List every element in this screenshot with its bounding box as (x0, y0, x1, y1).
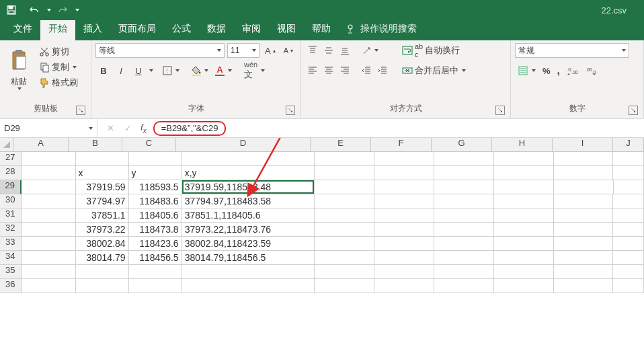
column-header-C[interactable]: C (122, 138, 176, 152)
column-header-A[interactable]: A (13, 138, 69, 152)
cell[interactable]: 37851.1,118405.6 (182, 208, 315, 223)
alignment-dialog-launcher[interactable]: ⭨ (495, 106, 505, 115)
column-header-E[interactable]: E (311, 138, 371, 152)
orientation-button[interactable] (359, 43, 381, 58)
cell[interactable] (129, 279, 182, 293)
format-painter-button[interactable]: 格式刷 (36, 75, 81, 90)
comma-button[interactable]: , (555, 63, 563, 78)
cell[interactable]: 37851.1 (76, 208, 129, 223)
cell[interactable] (374, 279, 434, 293)
cell[interactable] (315, 194, 374, 208)
cell[interactable] (374, 180, 434, 194)
cell[interactable] (494, 251, 554, 265)
cell[interactable] (434, 194, 494, 208)
cell[interactable] (182, 265, 315, 279)
align-right-button[interactable] (337, 63, 352, 78)
cell[interactable] (315, 265, 374, 279)
row-header[interactable]: 30 (0, 194, 22, 208)
cell[interactable] (613, 152, 644, 166)
cell[interactable] (494, 223, 554, 237)
cell[interactable] (494, 265, 554, 279)
cell[interactable]: x,y (182, 166, 315, 180)
cell[interactable] (76, 265, 129, 279)
cell[interactable] (554, 223, 614, 237)
cell[interactable] (434, 265, 494, 279)
column-header-I[interactable]: I (553, 138, 613, 152)
column-headers[interactable]: ABCDEFGHIJ (13, 138, 644, 152)
cell[interactable] (182, 152, 315, 166)
cell[interactable] (374, 152, 434, 166)
tab-data[interactable]: 数据 (199, 19, 234, 40)
tab-view[interactable]: 视图 (269, 19, 304, 40)
cell[interactable] (315, 180, 374, 194)
copy-button[interactable]: 复制 (36, 60, 81, 75)
cell[interactable] (22, 152, 76, 166)
column-header-F[interactable]: F (371, 138, 432, 152)
cut-button[interactable]: 剪切 (36, 44, 81, 59)
cell[interactable] (494, 166, 554, 180)
row-header[interactable]: 27 (0, 152, 22, 166)
qat-customize[interactable] (73, 1, 81, 19)
cell[interactable] (315, 251, 374, 265)
cell[interactable] (315, 279, 374, 293)
italic-button[interactable]: I (113, 63, 129, 78)
cell[interactable] (614, 180, 644, 194)
column-header-J[interactable]: J (613, 138, 644, 152)
column-header-D[interactable]: D (176, 138, 311, 152)
undo-dropdown[interactable] (44, 1, 52, 19)
cell[interactable] (22, 208, 76, 223)
cell[interactable] (554, 166, 614, 180)
cell[interactable] (315, 208, 374, 223)
cell[interactable] (613, 279, 644, 293)
cell[interactable] (315, 152, 374, 166)
cell[interactable] (434, 166, 494, 180)
row-header[interactable]: 28 (0, 166, 22, 180)
cell[interactable] (76, 152, 129, 166)
cell[interactable] (613, 208, 644, 223)
cell[interactable] (434, 180, 494, 194)
cell[interactable]: 37919.59,118593.48 (182, 180, 315, 194)
cell[interactable] (22, 265, 76, 279)
cell[interactable] (494, 208, 554, 223)
borders-button[interactable] (160, 63, 182, 78)
cell[interactable] (613, 237, 644, 251)
increase-decimal-button[interactable]: .0.00 (564, 63, 581, 78)
increase-indent-button[interactable] (375, 63, 390, 78)
cell[interactable]: 118483.6 (129, 194, 182, 208)
cell[interactable] (22, 194, 76, 208)
cell[interactable]: 118456.5 (129, 251, 182, 265)
align-center-button[interactable] (321, 63, 336, 78)
decrease-indent-button[interactable] (359, 63, 374, 78)
tab-insert[interactable]: 插入 (75, 19, 110, 40)
tab-formulas[interactable]: 公式 (164, 19, 199, 40)
cell[interactable]: 118405.6 (129, 208, 182, 223)
cell[interactable] (554, 194, 614, 208)
cell[interactable] (434, 208, 494, 223)
align-bottom-button[interactable] (337, 43, 352, 58)
row-header[interactable]: 34 (0, 251, 22, 265)
cell[interactable] (434, 279, 494, 293)
cell[interactable] (315, 166, 374, 180)
underline-button[interactable]: U (130, 63, 147, 78)
cell[interactable] (182, 279, 315, 293)
cell[interactable] (434, 251, 494, 265)
cell[interactable]: 37973.22 (76, 223, 129, 237)
cell[interactable] (554, 208, 614, 223)
cell[interactable] (374, 251, 434, 265)
align-left-button[interactable] (305, 63, 320, 78)
cell[interactable] (554, 265, 614, 279)
wrap-text-button[interactable]: abc 自动换行 (399, 43, 469, 58)
accounting-button[interactable] (515, 63, 538, 78)
font-size-combo[interactable]: 11 (227, 43, 259, 58)
cell[interactable] (434, 237, 494, 251)
tell-me[interactable]: 操作说明搜索 (339, 19, 424, 40)
grid-body[interactable]: 2728xyx,y2937919.59118593.537919.59,1185… (0, 152, 644, 293)
number-dialog-launcher[interactable]: ⭨ (629, 106, 638, 115)
row-header[interactable]: 32 (0, 223, 22, 237)
cell[interactable] (374, 194, 434, 208)
align-top-button[interactable] (305, 43, 320, 58)
redo-button[interactable] (54, 1, 71, 19)
font-color-button[interactable]: A (212, 63, 235, 78)
cell[interactable]: 38002.84 (76, 237, 129, 251)
cell[interactable] (613, 194, 644, 208)
